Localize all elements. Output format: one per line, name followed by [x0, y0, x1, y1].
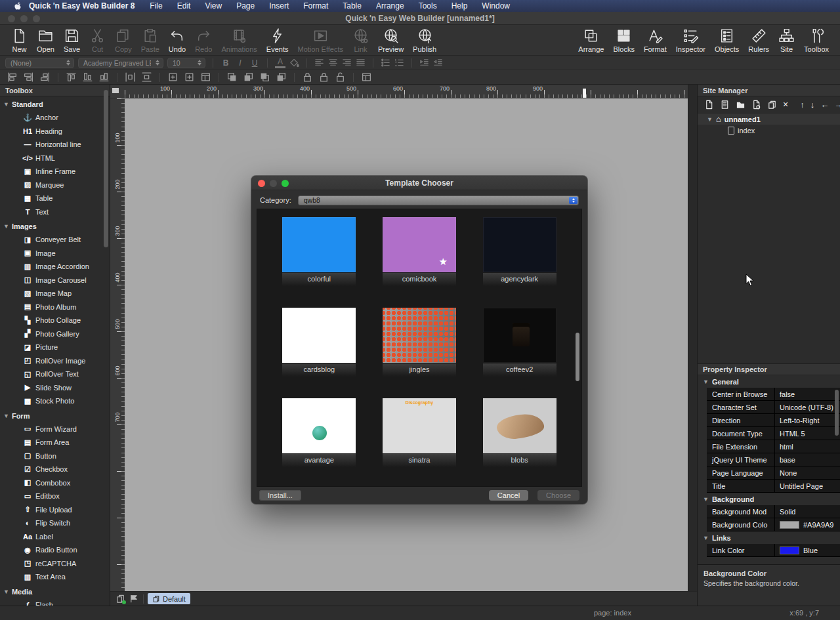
menubar-item[interactable]: Page — [229, 0, 262, 12]
property-value[interactable]: html — [775, 440, 840, 453]
property-row-link-color[interactable]: Link Color Blue — [707, 544, 840, 557]
toolbox-item[interactable]: ◳ reCAPTCHA — [0, 557, 110, 571]
page-link-icon[interactable] — [751, 100, 761, 110]
unlock-button[interactable] — [335, 72, 346, 83]
toolbar-button[interactable]: Link — [348, 28, 373, 53]
template-thumbnail[interactable] — [282, 217, 356, 272]
toolbar-button[interactable]: Open — [32, 28, 59, 53]
toolbox-item[interactable]: ▚ Photo Collage — [0, 314, 110, 327]
menubar-item[interactable]: Arrange — [369, 0, 411, 12]
property-section-links[interactable]: ▼ Links — [698, 531, 840, 544]
move-up-icon[interactable]: ↑ — [800, 100, 805, 110]
toolbox-item[interactable]: ▥ Text Area — [0, 570, 110, 584]
menubar-item[interactable]: File — [142, 0, 169, 12]
menubar-item[interactable]: Table — [335, 0, 369, 12]
toolbar-button[interactable]: Preview — [373, 28, 408, 53]
toolbox-item[interactable]: ▢ Button — [0, 449, 110, 463]
send-backward-button[interactable] — [243, 72, 254, 83]
new-folder-icon[interactable] — [736, 100, 746, 110]
property-row[interactable]: Document Type HTML 5 — [707, 427, 840, 440]
toolbox-item[interactable]: ◱ RollOver Text — [0, 367, 110, 381]
toolbox-item[interactable]: ▶ Slide Show — [0, 381, 110, 395]
align-right-button[interactable] — [342, 58, 352, 68]
toolbox-section-standard[interactable]: ▼ Standard — [0, 98, 110, 111]
menubar-item[interactable]: Help — [444, 0, 475, 12]
lock-button[interactable] — [302, 72, 313, 83]
template-thumbnail[interactable] — [483, 217, 556, 272]
toolbox-scrollbar[interactable] — [104, 90, 108, 247]
background-color-swatch[interactable] — [780, 521, 799, 529]
toolbox-item[interactable]: Aa Label — [0, 530, 110, 544]
toolbar-button[interactable]: Copy — [110, 28, 136, 53]
property-row[interactable]: Direction Left-to-Right — [707, 414, 840, 427]
property-row[interactable]: jQuery UI Theme base — [707, 453, 840, 466]
move-left-icon[interactable]: ← — [820, 100, 828, 110]
toolbox-item[interactable]: ⇧ File Upload — [0, 503, 110, 517]
template-thumbnail[interactable] — [483, 308, 556, 363]
toolbar-button[interactable]: Site — [774, 28, 799, 53]
toolbox-item[interactable]: ◫ Image Carousel — [0, 274, 110, 287]
tab-default-breakpoint[interactable]: Default — [148, 593, 190, 604]
property-value[interactable]: Unicode (UTF-8) — [775, 401, 840, 413]
align-right-edges-button[interactable] — [39, 72, 51, 83]
toolbox-item[interactable]: ▞ Photo Gallery — [0, 327, 110, 341]
menubar-item[interactable]: Edit — [170, 0, 198, 12]
property-value[interactable]: None — [775, 466, 840, 479]
property-value[interactable]: Untitled Page — [775, 480, 840, 492]
breakpoint-flag-icon[interactable] — [129, 594, 139, 604]
toolbar-button[interactable]: Events — [262, 28, 293, 53]
toolbar-button[interactable]: Cut — [85, 28, 110, 53]
install-button[interactable]: Install... — [259, 490, 301, 501]
toolbox-item[interactable]: ▩ Stock Photo — [0, 394, 110, 408]
category-select[interactable]: qwb8 — [298, 196, 579, 205]
menubar-item[interactable]: Window — [474, 0, 517, 12]
toolbox-item[interactable]: ◪ Picture — [0, 341, 110, 354]
toolbox-item[interactable]: T Text — [0, 205, 110, 219]
template-thumbnail[interactable] — [383, 217, 456, 272]
template-thumbnail[interactable] — [483, 398, 556, 453]
toolbar-button[interactable]: New — [7, 28, 32, 53]
new-page-icon[interactable] — [704, 100, 714, 110]
site-tree-page-index[interactable]: index — [698, 125, 840, 136]
toolbox-item[interactable]: ☑ Checkbox — [0, 463, 110, 476]
align-left-button[interactable] — [314, 58, 324, 68]
property-section-background[interactable]: ▼ Background — [698, 493, 840, 505]
layout-grid-button[interactable] — [361, 72, 372, 83]
toolbox-item[interactable]: ◨ Conveyer Belt — [0, 233, 110, 247]
decrease-indent-button[interactable] — [433, 58, 443, 68]
property-value[interactable]: Blue — [775, 544, 840, 556]
toolbar-button[interactable]: Rulers — [744, 28, 774, 53]
property-row[interactable]: Character Set Unicode (UTF-8) — [707, 401, 840, 414]
style-select[interactable]: (None) — [5, 58, 74, 68]
template-thumbnail[interactable]: Discography — [383, 398, 456, 453]
toolbar-button[interactable]: Format — [639, 28, 671, 53]
toolbox-item[interactable]: — Horizontal line — [0, 138, 110, 152]
clone-page-icon[interactable] — [767, 100, 777, 110]
canvas-vertical-scrollbar[interactable] — [688, 85, 697, 591]
toolbar-button[interactable]: Undo — [164, 28, 190, 53]
delete-page-icon[interactable]: × — [783, 100, 788, 110]
same-height-button[interactable] — [184, 72, 195, 83]
toolbox-item[interactable]: ▦ Table — [0, 192, 110, 205]
toolbar-button[interactable]: Toolbox — [799, 28, 833, 53]
font-size-select[interactable]: 10 — [167, 58, 205, 68]
toolbox-item[interactable]: ⚓ Anchor — [0, 111, 110, 125]
align-bottom-edges-button[interactable] — [98, 72, 110, 83]
add-breakpoint-icon[interactable] — [116, 594, 125, 604]
bullet-list-button[interactable] — [381, 58, 390, 68]
move-right-icon[interactable]: → — [834, 100, 840, 110]
menubar-item[interactable]: Tools — [411, 0, 444, 12]
toolbox-item[interactable]: ▣ Image — [0, 247, 110, 260]
property-value[interactable]: Solid — [775, 505, 840, 518]
font-color-button[interactable]: A — [275, 57, 285, 68]
toolbox-item[interactable]: ▭ Editbox — [0, 489, 110, 503]
toolbar-button[interactable]: Animations — [217, 28, 261, 53]
toolbar-button[interactable]: Publish — [408, 28, 441, 53]
toolbox-section-media[interactable]: ▼ Media — [0, 585, 110, 598]
site-tree-root[interactable]: ▼ ⌂ unnamed1 — [698, 114, 840, 125]
toolbox-section-form[interactable]: ▼ Form — [0, 409, 110, 423]
toolbox-item[interactable]: ▤ Form Area — [0, 436, 110, 449]
fill-color-button[interactable] — [289, 58, 299, 68]
property-row-background-mode[interactable]: Background Mod Solid — [707, 505, 840, 518]
toolbar-button[interactable]: Redo — [190, 28, 217, 53]
